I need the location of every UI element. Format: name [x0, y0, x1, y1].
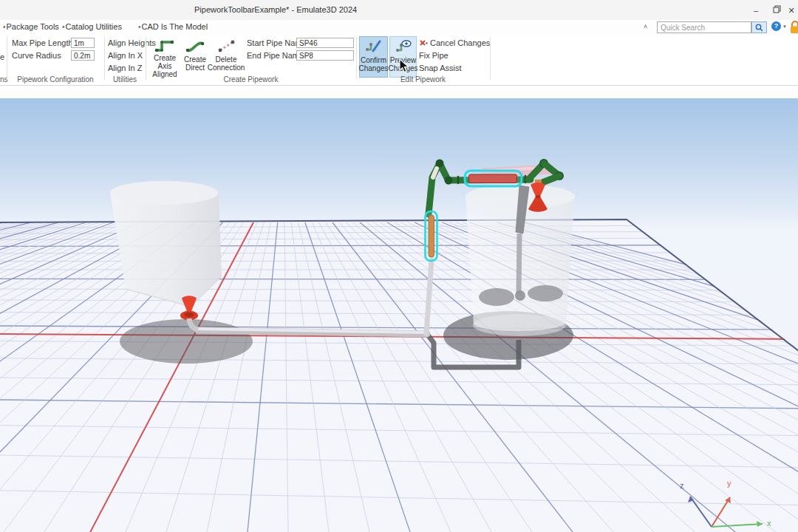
window-title: PipeworkToolbarExample* - Emulate3D 2024 [194, 5, 357, 14]
tab-label: Catalog Utilities [66, 22, 122, 31]
tab-cad-is-the-model[interactable]: •CAD Is The Model [138, 22, 208, 31]
end-pipe-name-input[interactable] [296, 50, 354, 61]
help-caret-icon[interactable]: ▼ [782, 24, 787, 29]
curve-radius-label: Curve Radius [12, 51, 61, 60]
group-label-create-pipework: Create Pipework [146, 75, 355, 83]
delete-connection-button[interactable]: Delete Connection [208, 36, 245, 78]
create-direct-button[interactable]: Create Direct [183, 36, 208, 78]
restore-button[interactable] [767, 4, 786, 16]
axis-label-z: z [680, 481, 684, 490]
right-tank[interactable] [466, 185, 575, 337]
preview-changes-icon [395, 38, 412, 55]
menu-bar: •Package Tools •Catalog Utilities •CAD I… [0, 20, 798, 35]
tab-label: CAD Is The Model [142, 22, 208, 31]
group-label-edit-pipework: Edit Pipework [357, 75, 489, 83]
cancel-changes-button[interactable]: Cancel Changes [419, 38, 490, 47]
pipe-return[interactable] [542, 176, 559, 183]
mouse-cursor [399, 58, 410, 74]
help-icon: ? [774, 22, 779, 30]
group-label-pipework-configuration: Pipework Configuration [7, 75, 103, 83]
group-label-utilities: Utilities [105, 75, 145, 83]
clipped-ribbon-button[interactable]: e [0, 52, 4, 61]
left-tank-shadow [120, 319, 253, 364]
left-tank-top [110, 181, 219, 205]
close-button[interactable]: ✕ [785, 4, 798, 16]
tab-bullet-icon: • [3, 23, 6, 31]
lock-icon [789, 21, 798, 34]
tab-label: Package Tools [7, 22, 59, 31]
max-pipe-length-input[interactable] [71, 38, 95, 48]
collapse-ribbon-chevron-icon[interactable]: ˄ [644, 23, 647, 30]
quick-search-input[interactable] [657, 21, 751, 33]
confirm-changes-label: Confirm Changes [359, 56, 389, 72]
pipe-elbow [445, 177, 453, 185]
axis-aligned-pipe-icon [154, 36, 176, 54]
start-pipe-name-input[interactable] [296, 38, 354, 48]
tab-catalog-utilities[interactable]: •Catalog Utilities [62, 22, 122, 31]
direct-pipe-icon [185, 37, 205, 55]
align-in-x-button[interactable]: Align In X [108, 51, 143, 60]
minimize-icon: – [754, 6, 758, 15]
preview-pipe-orange[interactable] [429, 215, 434, 257]
delete-connection-icon [216, 37, 236, 55]
axis-label-y: y [727, 479, 732, 488]
3d-viewport[interactable]: z y x [0, 98, 798, 532]
align-in-z-button[interactable]: Align In Z [108, 64, 142, 72]
fix-pipe-button[interactable]: Fix Pipe [419, 51, 449, 60]
delete-connection-label: Delete Connection [208, 55, 245, 72]
cancel-changes-icon [419, 39, 428, 47]
create-axis-aligned-button[interactable]: Create Axis Aligned [147, 36, 183, 78]
end-pipe-name-label: End Pipe Name [247, 51, 304, 60]
close-icon: ✕ [788, 6, 794, 15]
selected-pipe-red[interactable] [469, 174, 517, 183]
document-strip [0, 86, 798, 98]
search-icon [755, 24, 763, 32]
confirm-changes-button[interactable]: Confirm Changes [359, 36, 388, 78]
tab-bullet-icon: • [138, 23, 141, 31]
axis-label-x: x [767, 519, 771, 528]
minimize-button[interactable]: – [746, 4, 765, 16]
confirm-changes-icon [365, 38, 383, 55]
pipe-elbow [436, 160, 444, 168]
tab-bullet-icon: • [62, 23, 65, 31]
create-direct-label: Create Direct [183, 55, 208, 72]
cancel-changes-label: Cancel Changes [430, 38, 490, 47]
title-bar[interactable]: PipeworkToolbarExample* - Emulate3D 2024… [0, 0, 798, 20]
snap-assist-button[interactable]: Snap Assist [419, 64, 461, 72]
restore-icon [773, 5, 781, 13]
max-pipe-length-label: Max Pipe Length [12, 38, 73, 47]
curve-radius-input[interactable] [71, 50, 95, 61]
pipe-left-riser[interactable] [429, 163, 449, 214]
search-button[interactable] [751, 21, 767, 33]
scene-canvas[interactable]: z y x [0, 98, 798, 532]
help-button[interactable]: ? [771, 21, 781, 31]
tab-package-tools[interactable]: •Package Tools [3, 22, 59, 31]
